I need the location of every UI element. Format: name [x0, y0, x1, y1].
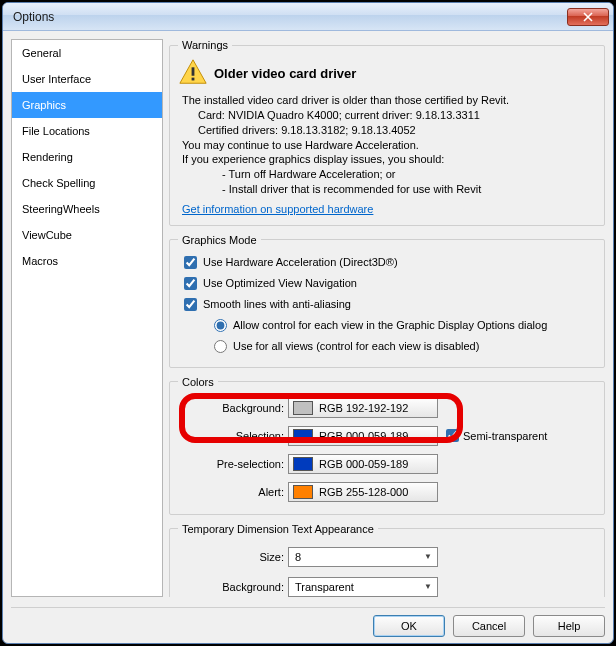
allow-control-label: Allow control for each view in the Graph…	[233, 319, 547, 331]
size-combo[interactable]: 8 ▼	[288, 547, 438, 567]
selection-swatch	[293, 429, 313, 443]
preselection-color-text: RGB 000-059-189	[319, 458, 408, 470]
semi-transparent-checkbox[interactable]	[446, 429, 459, 442]
semi-transparent-label: Semi-transparent	[463, 430, 547, 442]
graphics-mode-group: Graphics Mode Use Hardware Acceleration …	[169, 234, 605, 368]
alert-color-button[interactable]: RGB 255-128-000	[288, 482, 438, 502]
preselection-swatch	[293, 457, 313, 471]
temp-dimension-group: Temporary Dimension Text Appearance Size…	[169, 523, 605, 597]
svg-rect-1	[192, 78, 195, 81]
background-combo[interactable]: Transparent ▼	[288, 577, 438, 597]
svg-rect-0	[192, 67, 195, 75]
background-color-button[interactable]: RGB 192-192-192	[288, 398, 438, 418]
temp-dimension-legend: Temporary Dimension Text Appearance	[178, 523, 378, 535]
window-title: Options	[13, 10, 567, 24]
alert-label: Alert:	[178, 486, 288, 498]
warnings-legend: Warnings	[178, 39, 232, 51]
bg-label: Background:	[178, 581, 288, 593]
colors-legend: Colors	[178, 376, 218, 388]
background-color-text: RGB 192-192-192	[319, 402, 408, 414]
background-swatch	[293, 401, 313, 415]
warning-body: The installed video card driver is older…	[178, 93, 596, 197]
warning-title: Older video card driver	[214, 66, 356, 81]
preselection-label: Pre-selection:	[178, 458, 288, 470]
background-label: Background:	[178, 402, 288, 414]
supported-hardware-link[interactable]: Get information on supported hardware	[182, 203, 373, 215]
bg-value: Transparent	[295, 581, 354, 593]
preselection-color-button[interactable]: RGB 000-059-189	[288, 454, 438, 474]
sidebar-item-graphics[interactable]: Graphics	[12, 92, 162, 118]
size-value: 8	[295, 551, 301, 563]
optimized-nav-checkbox[interactable]	[184, 277, 197, 290]
chevron-down-icon: ▼	[421, 582, 435, 591]
selection-color-text: RGB 000-059-189	[319, 430, 408, 442]
chevron-down-icon: ▼	[421, 552, 435, 561]
dialog-footer: OK Cancel Help	[11, 607, 605, 637]
selection-color-button[interactable]: RGB 000-059-189	[288, 426, 438, 446]
titlebar: Options	[3, 3, 613, 31]
alert-color-text: RGB 255-128-000	[319, 486, 408, 498]
close-button[interactable]	[567, 8, 609, 26]
options-sidebar: General User Interface Graphics File Loc…	[11, 39, 163, 597]
selection-label: Selection:	[178, 430, 288, 442]
sidebar-item-check-spelling[interactable]: Check Spelling	[12, 170, 162, 196]
hw-accel-checkbox[interactable]	[184, 256, 197, 269]
alert-swatch	[293, 485, 313, 499]
smooth-lines-checkbox[interactable]	[184, 298, 197, 311]
warnings-group: Warnings Older video card driver The ins…	[169, 39, 605, 226]
graphics-mode-legend: Graphics Mode	[178, 234, 261, 246]
use-all-views-radio[interactable]	[214, 340, 227, 353]
smooth-lines-label: Smooth lines with anti-aliasing	[203, 298, 351, 310]
size-label: Size:	[178, 551, 288, 563]
sidebar-item-steeringwheels[interactable]: SteeringWheels	[12, 196, 162, 222]
sidebar-item-viewcube[interactable]: ViewCube	[12, 222, 162, 248]
sidebar-item-rendering[interactable]: Rendering	[12, 144, 162, 170]
optimized-nav-label: Use Optimized View Navigation	[203, 277, 357, 289]
help-button[interactable]: Help	[533, 615, 605, 637]
warning-icon	[178, 57, 208, 89]
sidebar-item-macros[interactable]: Macros	[12, 248, 162, 274]
sidebar-item-file-locations[interactable]: File Locations	[12, 118, 162, 144]
allow-control-radio[interactable]	[214, 319, 227, 332]
colors-group: Colors Background: RGB 192-192-192 Selec…	[169, 376, 605, 515]
hw-accel-label: Use Hardware Acceleration (Direct3D®)	[203, 256, 398, 268]
sidebar-item-general[interactable]: General	[12, 40, 162, 66]
sidebar-item-user-interface[interactable]: User Interface	[12, 66, 162, 92]
cancel-button[interactable]: Cancel	[453, 615, 525, 637]
use-all-views-label: Use for all views (control for each view…	[233, 340, 479, 352]
ok-button[interactable]: OK	[373, 615, 445, 637]
